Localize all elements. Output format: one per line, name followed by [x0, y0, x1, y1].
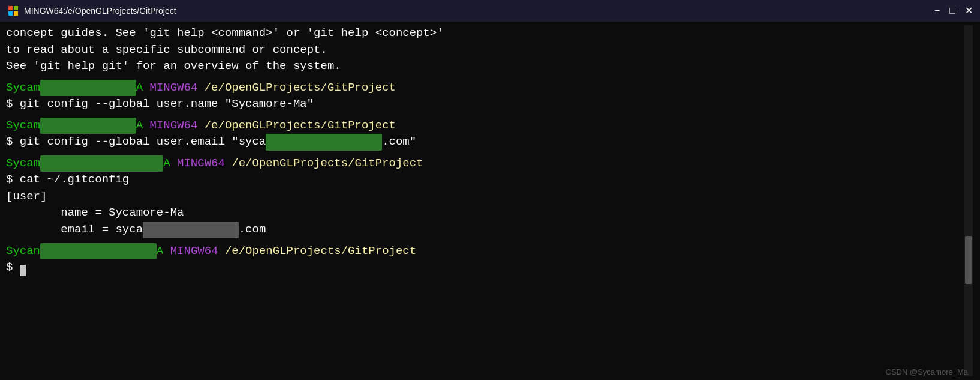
cursor — [20, 265, 26, 276]
close-button[interactable]: ✕ — [965, 6, 973, 16]
final-prompt: $ — [6, 259, 964, 276]
titlebar-controls: − □ ✕ — [934, 6, 973, 16]
prompt-path-2: /e/OpenGLProjects/GitProject — [205, 118, 396, 134]
titlebar-left: MINGW64:/e/OpenGLProjects/GitProject — [7, 5, 176, 17]
output-line-3: See 'git help git' for an overview of th… — [6, 58, 964, 75]
terminal-window: MINGW64:/e/OpenGLProjects/GitProject − □… — [0, 0, 980, 380]
svg-rect-0 — [8, 6, 13, 10]
minimize-button[interactable]: − — [934, 6, 940, 16]
watermark: CSDN @Sycamore_Ma — [886, 367, 968, 376]
svg-rect-2 — [8, 11, 13, 16]
prompt-2: Sycam A MINGW64 /e/OpenGLProjects/GitPro… — [6, 118, 964, 134]
prompt-mingw-2: MINGW64 — [149, 118, 204, 134]
prompt-path-4: /e/OpenGLProjects/GitProject — [225, 243, 416, 260]
output-line-2: to read about a specific subcommand or c… — [6, 42, 964, 59]
email-line: email = syca .com — [6, 222, 964, 238]
prompt-mingw-3: MINGW64 — [177, 155, 232, 172]
restore-button[interactable]: □ — [949, 6, 955, 16]
prompt-user-2: Sycam A — [6, 118, 149, 134]
name-line: name = Sycamore-Ma — [6, 205, 964, 222]
window-title: MINGW64:/e/OpenGLProjects/GitProject — [24, 6, 176, 16]
app-icon — [7, 5, 19, 17]
cmd-1: $ git config --global user.name "Sycamor… — [6, 96, 964, 113]
redacted-email-cmd — [266, 134, 382, 151]
redacted-4 — [40, 243, 157, 260]
cmd-3: $ cat ~/.gitconfig — [6, 172, 964, 188]
prompt-1: Sycam A MINGW64 /e/OpenGLProjects/GitPro… — [6, 80, 964, 97]
scrollbar-thumb[interactable] — [965, 236, 972, 284]
prompt-path-3: /e/OpenGLProjects/GitProject — [232, 155, 423, 172]
terminal-body[interactable]: concept guides. See 'git help <command>'… — [0, 22, 980, 380]
prompt-4: Sycan A MINGW64 /e/OpenGLProjects/GitPro… — [6, 243, 964, 260]
prompt-user-3: Sycam A — [6, 155, 177, 172]
prompt-mingw-4: MINGW64 — [170, 243, 225, 260]
redacted-2 — [40, 118, 136, 134]
output-line-1: concept guides. See 'git help <command>'… — [6, 25, 964, 42]
redacted-3 — [40, 155, 163, 172]
redacted-1 — [40, 80, 136, 97]
svg-rect-3 — [14, 11, 18, 16]
cmd-2: $ git config --global user.email "syca .… — [6, 134, 964, 151]
prompt-user-4: Sycan A — [6, 243, 170, 260]
redacted-email-config — [143, 222, 239, 238]
svg-rect-1 — [14, 6, 18, 10]
user-section: [user] — [6, 188, 964, 205]
prompt-path-1: /e/OpenGLProjects/GitProject — [205, 80, 396, 97]
terminal-content: concept guides. See 'git help <command>'… — [6, 25, 964, 376]
prompt-mingw-1: MINGW64 — [149, 80, 204, 97]
prompt-user-1: Sycam A — [6, 80, 149, 97]
prompt-3: Sycam A MINGW64 /e/OpenGLProjects/GitPro… — [6, 155, 964, 172]
scrollbar[interactable] — [964, 25, 973, 376]
titlebar: MINGW64:/e/OpenGLProjects/GitProject − □… — [0, 0, 980, 22]
